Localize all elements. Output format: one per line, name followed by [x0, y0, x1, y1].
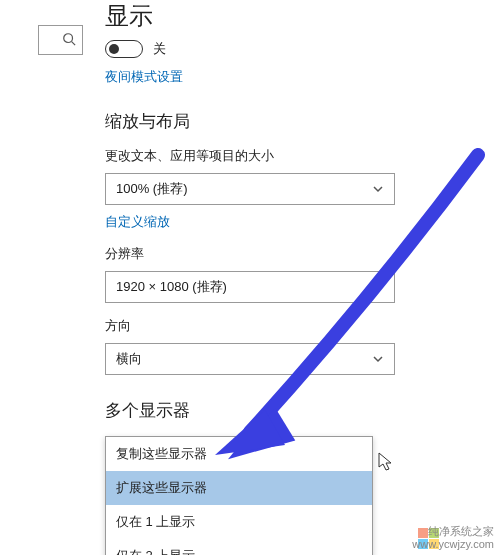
svg-line-1	[72, 41, 76, 45]
text-size-label: 更改文本、应用等项目的大小	[105, 147, 485, 165]
chevron-down-icon	[372, 183, 384, 195]
toggle-state-label: 关	[153, 40, 166, 58]
orientation-select[interactable]: 横向	[105, 343, 395, 375]
custom-scaling-link[interactable]: 自定义缩放	[105, 213, 170, 231]
text-size-select[interactable]: 100% (推荐)	[105, 173, 395, 205]
resolution-value: 1920 × 1080 (推荐)	[116, 278, 227, 296]
scale-layout-heading: 缩放与布局	[105, 110, 485, 133]
search-icon	[62, 32, 76, 49]
dropdown-option-only-1[interactable]: 仅在 1 上显示	[106, 505, 372, 539]
resolution-label: 分辨率	[105, 245, 485, 263]
page-title: 显示	[105, 0, 485, 32]
multiple-displays-heading: 多个显示器	[105, 399, 485, 422]
night-light-toggle-row: 关	[105, 40, 485, 58]
left-sidebar-fragment	[0, 0, 95, 555]
svg-point-0	[64, 33, 73, 42]
watermark-line2: www.ycwjzy.com	[412, 538, 494, 551]
main-content: 显示 关 夜间模式设置 缩放与布局 更改文本、应用等项目的大小 100% (推荐…	[105, 0, 485, 555]
orientation-value: 横向	[116, 350, 142, 368]
night-mode-settings-link[interactable]: 夜间模式设置	[105, 68, 183, 86]
dropdown-option-extend[interactable]: 扩展这些显示器	[106, 471, 372, 505]
toggle-knob	[109, 44, 119, 54]
dropdown-option-only-2[interactable]: 仅在 2 上显示	[106, 539, 372, 555]
night-light-toggle[interactable]	[105, 40, 143, 58]
text-size-value: 100% (推荐)	[116, 180, 188, 198]
watermark-line1: 纯净系统之家	[412, 525, 494, 538]
watermark-text: 纯净系统之家 www.ycwjzy.com	[412, 525, 494, 551]
chevron-down-icon	[372, 281, 384, 293]
resolution-select[interactable]: 1920 × 1080 (推荐)	[105, 271, 395, 303]
orientation-label: 方向	[105, 317, 485, 335]
dropdown-option-duplicate[interactable]: 复制这些显示器	[106, 437, 372, 471]
search-input[interactable]	[38, 25, 83, 55]
multiple-displays-dropdown[interactable]: 复制这些显示器 扩展这些显示器 仅在 1 上显示 仅在 2 上显示	[105, 436, 373, 555]
chevron-down-icon	[372, 353, 384, 365]
